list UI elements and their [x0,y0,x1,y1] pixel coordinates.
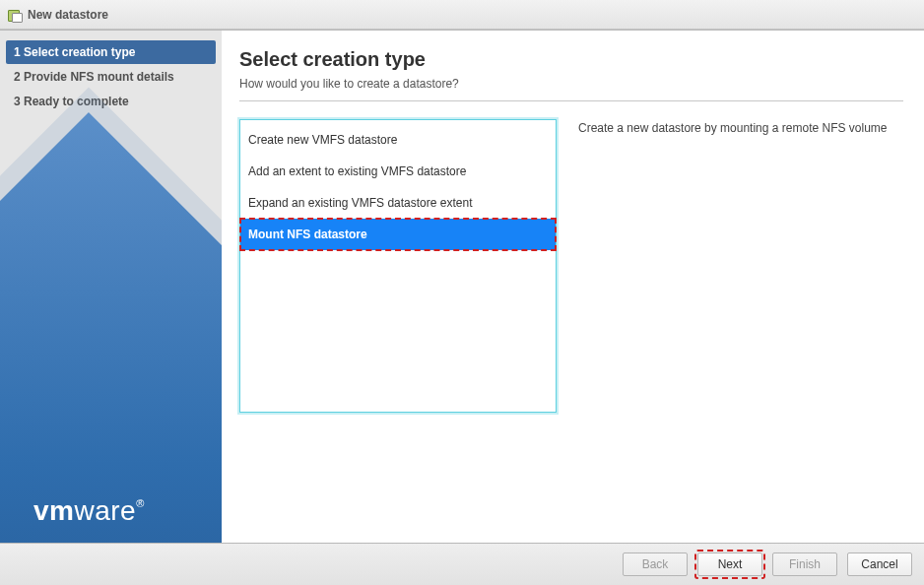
titlebar: New datastore [0,0,924,30]
wizard-sidebar: 1 Select creation type 2 Provide NFS mou… [0,31,222,543]
page-title: Select creation type [239,48,904,71]
body-row: Create new VMFS datastore Add an extent … [239,119,904,413]
content-pane: Select creation type How would you like … [222,31,924,543]
option-description: Create a new datastore by mounting a rem… [578,119,904,413]
step-number: 2 [14,70,21,84]
step-number: 1 [14,45,21,59]
wizard-footer: Back Next Finish Cancel [0,543,924,585]
step-label: Ready to complete [24,95,129,108]
option-expand-extent[interactable]: Expand an existing VMFS datastore extent [240,187,556,219]
main-container: 1 Select creation type 2 Provide NFS mou… [0,30,924,543]
page-subtitle: How would you like to create a datastore… [239,77,903,101]
step-1[interactable]: 1 Select creation type [6,40,216,64]
finish-button: Finish [772,552,837,576]
cancel-button[interactable]: Cancel [847,552,912,576]
creation-type-list: Create new VMFS datastore Add an extent … [239,119,557,413]
option-add-extent[interactable]: Add an extent to existing VMFS datastore [240,156,556,187]
step-number: 3 [14,95,21,108]
datastore-icon [8,8,22,22]
next-button[interactable]: Next [697,552,762,576]
option-mount-nfs[interactable]: Mount NFS datastore [240,219,556,250]
window-title: New datastore [28,8,108,22]
step-list: 1 Select creation type 2 Provide NFS mou… [0,31,222,124]
step-label: Select creation type [24,45,135,59]
background-shape [0,112,222,543]
vmware-logo: vmware® [33,495,145,527]
option-create-vmfs[interactable]: Create new VMFS datastore [240,124,556,156]
step-3[interactable]: 3 Ready to complete [6,90,216,113]
step-label: Provide NFS mount details [24,70,174,84]
back-button: Back [623,552,688,576]
step-2[interactable]: 2 Provide NFS mount details [6,65,216,89]
